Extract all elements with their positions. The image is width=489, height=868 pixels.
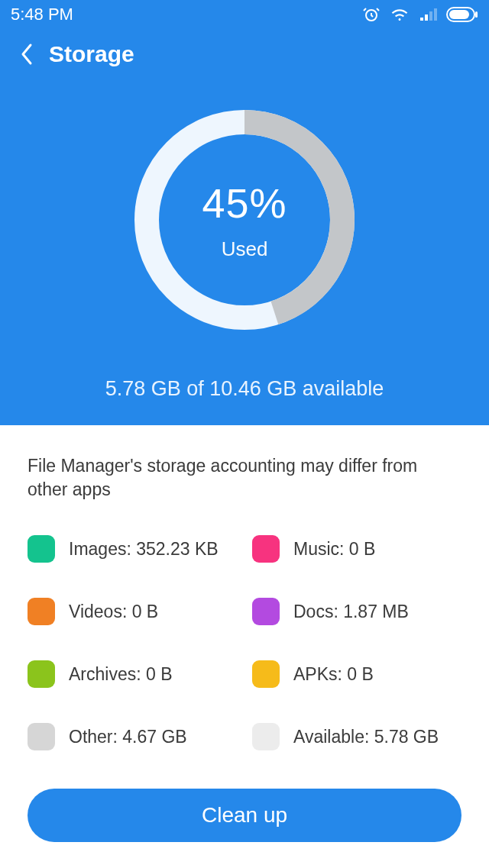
category-label: Images: 352.23 KB [69, 539, 219, 560]
storage-disclaimer: File Manager's storage accounting may di… [28, 454, 461, 502]
storage-used-label: Used [222, 237, 268, 261]
signal-icon [419, 5, 437, 24]
status-time: 5:48 PM [11, 5, 73, 24]
category-label: Music: 0 B [293, 539, 375, 560]
alarm-icon [362, 5, 381, 24]
category-swatch [252, 535, 280, 563]
category-item: Videos: 0 B [28, 598, 237, 625]
svg-rect-4 [434, 8, 437, 21]
status-icons [362, 5, 478, 24]
category-item: Images: 352.23 KB [28, 535, 237, 563]
category-swatch [28, 535, 55, 563]
category-swatch [252, 660, 280, 688]
category-item: Available: 5.78 GB [252, 723, 461, 750]
storage-ring-chart: 45% Used [130, 105, 359, 334]
page-title: Storage [49, 41, 134, 67]
svg-rect-6 [449, 10, 469, 19]
category-label: Available: 5.78 GB [293, 727, 439, 747]
category-item: Archives: 0 B [28, 660, 237, 688]
category-item: Docs: 1.87 MB [252, 598, 461, 625]
svg-rect-1 [420, 18, 423, 21]
category-swatch [252, 723, 280, 750]
category-swatch [252, 598, 280, 625]
category-label: Videos: 0 B [69, 602, 158, 622]
category-label: Other: 4.67 GB [69, 727, 187, 747]
svg-rect-7 [475, 11, 478, 18]
category-item: Music: 0 B [252, 535, 461, 563]
category-label: Docs: 1.87 MB [293, 602, 409, 622]
category-label: Archives: 0 B [69, 664, 173, 685]
category-swatch [28, 598, 55, 625]
wifi-icon [390, 5, 410, 24]
category-item: APKs: 0 B [252, 660, 461, 688]
cleanup-button[interactable]: Clean up [28, 789, 461, 842]
category-swatch [28, 723, 55, 750]
svg-rect-3 [429, 11, 432, 21]
storage-percent: 45% [202, 179, 287, 227]
battery-icon [446, 7, 478, 22]
storage-available-line: 5.78 GB of 10.46 GB available [0, 377, 489, 401]
status-bar: 5:48 PM [0, 0, 489, 27]
category-grid: Images: 352.23 KBMusic: 0 BVideos: 0 BDo… [28, 535, 461, 750]
category-item: Other: 4.67 GB [28, 723, 237, 750]
category-swatch [28, 660, 55, 688]
back-icon[interactable] [20, 42, 35, 66]
category-label: APKs: 0 B [293, 664, 374, 685]
svg-rect-2 [425, 15, 428, 21]
